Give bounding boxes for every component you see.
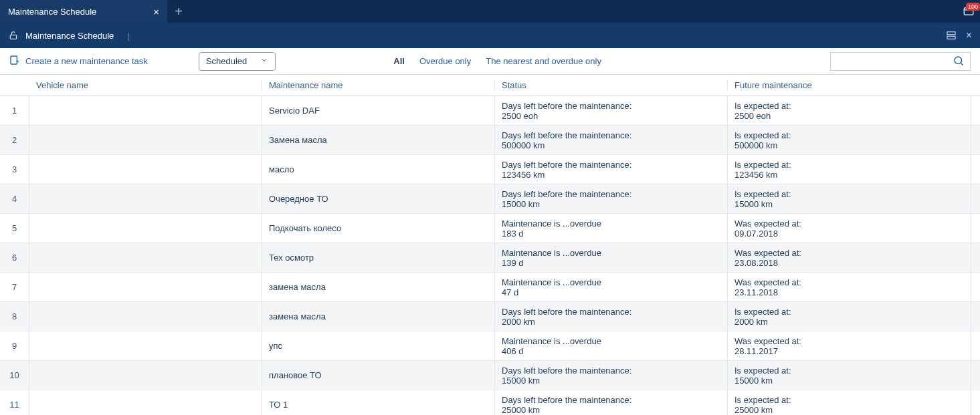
cell-vehicle bbox=[29, 361, 262, 390]
column-header-maintenance[interactable]: Maintenance name bbox=[262, 80, 495, 90]
cell-future: Is expected at:25000 km bbox=[728, 390, 971, 415]
scroll-gutter bbox=[971, 361, 980, 390]
table-row[interactable]: 2Замена маслаDays left before the mainte… bbox=[0, 126, 980, 155]
add-tab-button[interactable]: + bbox=[167, 0, 190, 23]
table-row[interactable]: 7замена маслаMaintenance is ...overdue47… bbox=[0, 273, 980, 302]
grid-body: 1Servicio DAFDays left before the mainte… bbox=[0, 96, 980, 415]
create-icon bbox=[9, 55, 20, 67]
filter-overdue[interactable]: Overdue only bbox=[419, 56, 471, 66]
table-row[interactable]: 8замена маслаDays left before the mainte… bbox=[0, 302, 980, 331]
cell-future: Is expected at:15000 km bbox=[728, 184, 971, 213]
scroll-gutter bbox=[971, 96, 980, 125]
cell-future: Is expected at:15000 km bbox=[728, 361, 971, 390]
status-line2: 47 d bbox=[502, 287, 720, 297]
search-icon[interactable] bbox=[953, 55, 965, 69]
cell-maintenance: ТО 1 bbox=[262, 390, 495, 415]
table-row[interactable]: 9упсMaintenance is ...overdue406 dWas ex… bbox=[0, 331, 980, 361]
tab-maintenance-schedule[interactable]: Maintenance Schedule × bbox=[0, 0, 167, 23]
cell-maintenance: Замена масла bbox=[262, 126, 495, 154]
maintenance-grid: Vehicle name Maintenance name Status Fut… bbox=[0, 75, 980, 415]
scroll-gutter bbox=[971, 331, 980, 360]
table-row[interactable]: 11ТО 1Days left before the maintenance:2… bbox=[0, 390, 980, 415]
future-line2: 500000 km bbox=[734, 140, 964, 150]
cell-future: Was expected at:23.08.2018 bbox=[728, 243, 971, 272]
filter-all[interactable]: All bbox=[393, 56, 405, 66]
notifications-icon[interactable]: 100 bbox=[963, 5, 975, 17]
future-line1: Is expected at: bbox=[734, 189, 964, 199]
lock-open-icon[interactable] bbox=[8, 30, 19, 41]
cell-status: Days left before the maintenance:25000 k… bbox=[495, 390, 728, 415]
breadcrumb-separator: | bbox=[127, 31, 129, 41]
future-line1: Is expected at: bbox=[734, 307, 964, 317]
cell-status: Days left before the maintenance:2000 km bbox=[495, 302, 728, 331]
future-line2: 2500 eoh bbox=[734, 111, 964, 121]
cell-maintenance: масло bbox=[262, 155, 495, 184]
future-line1: Was expected at: bbox=[734, 336, 964, 346]
scroll-gutter bbox=[971, 390, 980, 415]
grid-header: Vehicle name Maintenance name Status Fut… bbox=[0, 75, 980, 96]
tab-bar: Maintenance Schedule × + 100 bbox=[0, 0, 980, 23]
status-line1: Days left before the maintenance: bbox=[502, 101, 720, 111]
status-select[interactable]: Scheduled bbox=[199, 52, 276, 71]
status-line2: 2500 eoh bbox=[502, 111, 720, 121]
status-line1: Maintenance is ...overdue bbox=[502, 277, 720, 287]
svg-rect-3 bbox=[947, 36, 955, 39]
status-line2: 123456 km bbox=[502, 170, 720, 180]
status-line1: Maintenance is ...overdue bbox=[502, 248, 720, 258]
row-number: 8 bbox=[0, 302, 29, 331]
future-line2: 15000 km bbox=[734, 376, 964, 386]
create-task-button[interactable]: Create a new maintenance task bbox=[9, 55, 148, 67]
table-row[interactable]: 4Очередное ТОDays left before the mainte… bbox=[0, 184, 980, 214]
layout-icon[interactable] bbox=[946, 30, 957, 41]
close-panel-icon[interactable]: × bbox=[966, 29, 972, 41]
svg-rect-4 bbox=[11, 56, 17, 64]
cell-future: Was expected at:28.11.2017 bbox=[728, 331, 971, 360]
status-line2: 406 d bbox=[502, 346, 720, 356]
column-header-future[interactable]: Future maintenance bbox=[728, 80, 971, 90]
row-number: 7 bbox=[0, 273, 29, 301]
future-line2: 09.07.2018 bbox=[734, 229, 964, 239]
table-row[interactable]: 10плановое ТОDays left before the mainte… bbox=[0, 361, 980, 390]
cell-vehicle bbox=[29, 96, 262, 125]
cell-vehicle bbox=[29, 331, 262, 360]
status-line1: Days left before the maintenance: bbox=[502, 189, 720, 199]
cell-future: Is expected at:123456 km bbox=[728, 155, 971, 184]
close-icon[interactable]: × bbox=[153, 6, 159, 17]
search-box[interactable] bbox=[830, 52, 971, 71]
cell-future: Is expected at:500000 km bbox=[728, 126, 971, 154]
cell-status: Maintenance is ...overdue47 d bbox=[495, 273, 728, 301]
scroll-gutter bbox=[971, 184, 980, 213]
scroll-gutter bbox=[971, 214, 980, 243]
table-row[interactable]: 5Подкочать колесоMaintenance is ...overd… bbox=[0, 214, 980, 243]
future-line2: 2000 km bbox=[734, 317, 964, 327]
status-line2: 15000 km bbox=[502, 199, 720, 209]
search-input[interactable] bbox=[836, 57, 953, 67]
create-task-label: Create a new maintenance task bbox=[25, 56, 148, 66]
status-line2: 2000 km bbox=[502, 317, 720, 327]
status-line2: 25000 km bbox=[502, 405, 720, 415]
scroll-gutter bbox=[971, 243, 980, 272]
filter-tabs: All Overdue only The nearest and overdue… bbox=[393, 56, 601, 66]
cell-future: Was expected at:09.07.2018 bbox=[728, 214, 971, 243]
table-row[interactable]: 3маслоDays left before the maintenance:1… bbox=[0, 155, 980, 184]
row-number: 5 bbox=[0, 214, 29, 243]
future-line1: Is expected at: bbox=[734, 366, 964, 376]
status-line1: Days left before the maintenance: bbox=[502, 366, 720, 376]
future-line2: 15000 km bbox=[734, 199, 964, 209]
column-header-vehicle[interactable]: Vehicle name bbox=[29, 80, 262, 90]
column-header-status[interactable]: Status bbox=[495, 80, 728, 90]
cell-status: Maintenance is ...overdue406 d bbox=[495, 331, 728, 360]
future-line2: 25000 km bbox=[734, 405, 964, 415]
future-line2: 23.11.2018 bbox=[734, 287, 964, 297]
status-line2: 500000 km bbox=[502, 140, 720, 150]
cell-future: Is expected at:2500 eoh bbox=[728, 96, 971, 125]
cell-status: Days left before the maintenance:123456 … bbox=[495, 155, 728, 184]
row-number: 3 bbox=[0, 155, 29, 184]
filter-nearest[interactable]: The nearest and overdue only bbox=[486, 56, 601, 66]
cell-maintenance: Тех осмотр bbox=[262, 243, 495, 272]
table-row[interactable]: 1Servicio DAFDays left before the mainte… bbox=[0, 96, 980, 126]
status-line1: Days left before the maintenance: bbox=[502, 160, 720, 170]
table-row[interactable]: 6Тех осмотрMaintenance is ...overdue139 … bbox=[0, 243, 980, 273]
cell-maintenance: Очередное ТО bbox=[262, 184, 495, 213]
status-line1: Maintenance is ...overdue bbox=[502, 219, 720, 229]
